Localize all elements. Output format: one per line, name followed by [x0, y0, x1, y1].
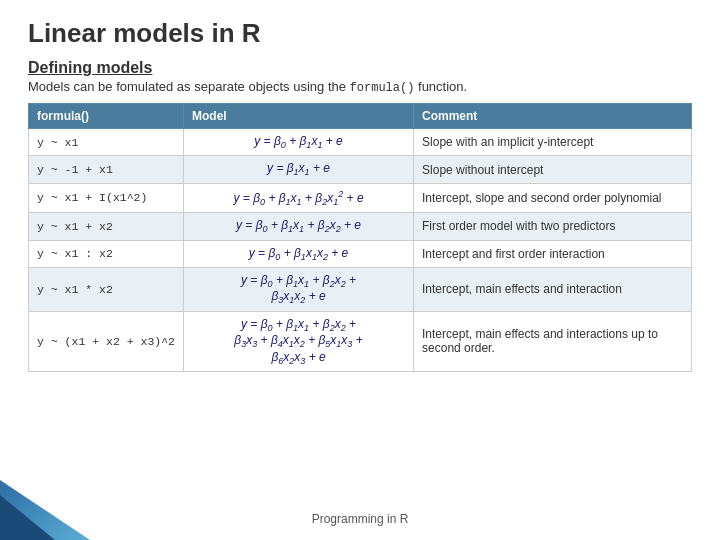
col-comment: Comment [414, 104, 692, 129]
section-title: Defining models [28, 59, 692, 77]
model-cell: y = β0 + β1x1 + e [184, 129, 414, 156]
intro-text: Models can be fomulated as separate obje… [28, 79, 692, 95]
comment-cell: Intercept, main effects and interactions… [414, 311, 692, 371]
table-row: y ~ -1 + x1 y = β1x1 + e Slope without i… [29, 156, 692, 183]
page-title: Linear models in R [28, 18, 692, 49]
comment-cell: Intercept and first order interaction [414, 240, 692, 267]
table-row: y ~ x1 + I(x1^2) y = β0 + β1x1 + β2x12 +… [29, 183, 692, 212]
table-row: y ~ (x1 + x2 + x3)^2 y = β0 + β1x1 + β2x… [29, 311, 692, 371]
table-row: y ~ x1 * x2 y = β0 + β1x1 + β2x2 +β3x1x2… [29, 267, 692, 311]
col-formula: formula() [29, 104, 184, 129]
formula-cell: y ~ (x1 + x2 + x3)^2 [29, 311, 184, 371]
comment-cell: Slope without intercept [414, 156, 692, 183]
formula-cell: y ~ -1 + x1 [29, 156, 184, 183]
model-cell: y = β0 + β1x1 + β2x2 + e [184, 213, 414, 240]
table-row: y ~ x1 + x2 y = β0 + β1x1 + β2x2 + e Fir… [29, 213, 692, 240]
formula-cell: y ~ x1 * x2 [29, 267, 184, 311]
model-cell: y = β0 + β1x1 + β2x2 +β3x1x2 + e [184, 267, 414, 311]
model-cell: y = β0 + β1x1 + β2x2 + β3x3 + β4x1x2 + β… [184, 311, 414, 371]
comment-cell: Slope with an implicit y-intercept [414, 129, 692, 156]
model-cell: y = β0 + β1x1x2 + e [184, 240, 414, 267]
formula-cell: y ~ x1 + I(x1^2) [29, 183, 184, 212]
models-table: formula() Model Comment y ~ x1 y = β0 + … [28, 103, 692, 372]
formula-cell: y ~ x1 + x2 [29, 213, 184, 240]
page-container: Linear models in R Defining models Model… [0, 0, 720, 382]
footer-text: Programming in R [0, 512, 720, 526]
formula-cell: y ~ x1 : x2 [29, 240, 184, 267]
col-model: Model [184, 104, 414, 129]
comment-cell: Intercept, main effects and interaction [414, 267, 692, 311]
model-cell: y = β1x1 + e [184, 156, 414, 183]
table-header-row: formula() Model Comment [29, 104, 692, 129]
inline-code: formula() [350, 81, 415, 95]
comment-cell: First order model with two predictors [414, 213, 692, 240]
formula-cell: y ~ x1 [29, 129, 184, 156]
comment-cell: Intercept, slope and second order polyno… [414, 183, 692, 212]
table-row: y ~ x1 : x2 y = β0 + β1x1x2 + e Intercep… [29, 240, 692, 267]
model-cell: y = β0 + β1x1 + β2x12 + e [184, 183, 414, 212]
table-row: y ~ x1 y = β0 + β1x1 + e Slope with an i… [29, 129, 692, 156]
